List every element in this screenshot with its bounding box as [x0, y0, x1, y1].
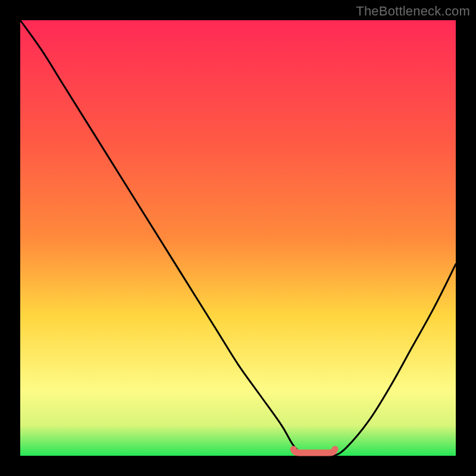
plot-background: [20, 20, 456, 456]
optimal-range-marker: [293, 449, 335, 453]
bottleneck-chart: [0, 0, 476, 476]
chart-canvas: TheBottleneck.com: [0, 0, 476, 476]
